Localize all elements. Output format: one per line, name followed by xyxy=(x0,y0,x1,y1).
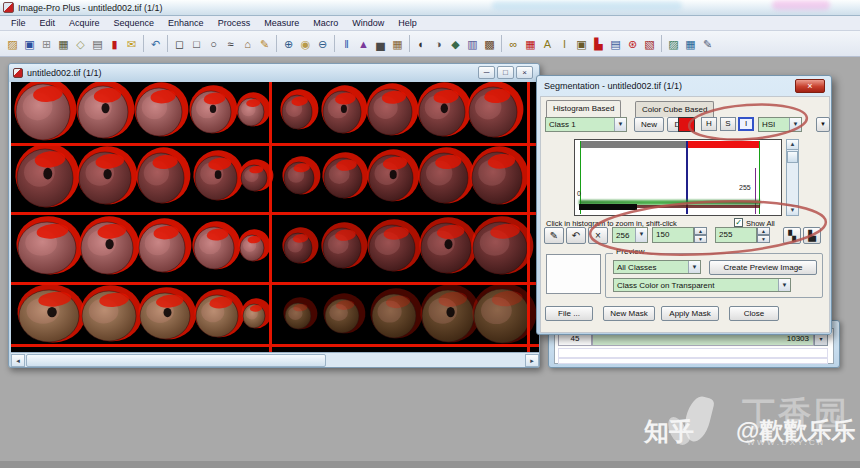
range-high-field[interactable]: 255 xyxy=(715,227,757,243)
preview-classes-select[interactable]: All Classes▼ xyxy=(613,260,701,274)
h-scrollbar-thumb[interactable] xyxy=(26,354,326,367)
histogram-zoom-scrollbar[interactable]: ▲ ▼ xyxy=(786,139,799,216)
export-icon[interactable]: ▨ xyxy=(666,35,681,53)
record-icon[interactable]: ▮ xyxy=(107,35,122,53)
scrollbar-thumb[interactable] xyxy=(787,151,798,163)
pan-icon[interactable]: ◉ xyxy=(298,35,313,53)
gallery-icon[interactable]: ▦ xyxy=(390,35,405,53)
channel-s-button[interactable]: S xyxy=(720,117,736,131)
preview-mode-select[interactable]: Class Color on Transparent▼ xyxy=(613,278,791,292)
chevron-down-icon[interactable]: ▼ xyxy=(778,279,790,291)
image-close-button[interactable]: × xyxy=(516,66,533,79)
tab-histogram-based[interactable]: Histogram Based xyxy=(546,100,621,117)
sharpen-icon[interactable]: ◆ xyxy=(448,35,463,53)
menu-edit[interactable]: Edit xyxy=(33,18,63,28)
menu-process[interactable]: Process xyxy=(211,18,258,28)
eyedropper-icon[interactable]: ✎ xyxy=(544,227,564,244)
freehand-aoi-icon[interactable]: ≈ xyxy=(223,35,238,53)
ellipse-aoi-icon[interactable]: ○ xyxy=(206,35,221,53)
toolbar-separator[interactable] xyxy=(501,35,502,52)
caliper-i-icon[interactable]: I xyxy=(557,35,572,53)
gallery-blue-icon[interactable]: ▤ xyxy=(608,35,623,53)
menu-sequence[interactable]: Sequence xyxy=(107,18,162,28)
menu-window[interactable]: Window xyxy=(345,18,391,28)
scanner-icon[interactable]: ◇ xyxy=(73,35,88,53)
close-button[interactable]: Close xyxy=(729,306,779,321)
line-profile-icon[interactable]: ‖ xyxy=(339,35,354,53)
chevron-down-icon[interactable]: ▼ xyxy=(614,118,626,131)
toolbar-separator[interactable] xyxy=(409,35,410,52)
zoom-in-icon[interactable]: ⊕ xyxy=(281,35,296,53)
toolbar-separator[interactable] xyxy=(167,35,168,52)
chevron-down-icon[interactable]: ▼ xyxy=(789,118,801,131)
menu-acquire[interactable]: Acquire xyxy=(62,18,107,28)
save-icon[interactable]: ▣ xyxy=(22,35,37,53)
image-minimize-button[interactable]: ─ xyxy=(478,66,495,79)
menu-enhance[interactable]: Enhance xyxy=(161,18,211,28)
tab-color-cube-based[interactable]: Color Cube Based xyxy=(635,101,714,117)
class-select[interactable]: Class 1▼ xyxy=(545,117,627,132)
toolbar-separator[interactable] xyxy=(276,35,277,52)
menu-macro[interactable]: Macro xyxy=(306,18,345,28)
class-color-swatch[interactable] xyxy=(678,117,695,132)
chevron-down-icon[interactable]: ▼ xyxy=(688,261,700,273)
image-canvas-area[interactable]: ◂ ▸ xyxy=(11,82,539,367)
contact-sheet-icon[interactable]: ⊞ xyxy=(39,35,54,53)
contrast-icon[interactable]: ◐ xyxy=(414,35,429,53)
new-mask-button[interactable]: New Mask xyxy=(603,306,655,321)
image-window-titlebar[interactable]: untitled002.tif (1/1) ─ □ × xyxy=(9,64,539,82)
snapshot-icon[interactable]: ▣ xyxy=(574,35,589,53)
scroll-left-icon[interactable]: ◂ xyxy=(11,354,25,367)
create-preview-button[interactable]: Create Preview Image xyxy=(709,260,817,275)
stack-icon[interactable]: ▩ xyxy=(482,35,497,53)
scroll-right-icon[interactable]: ▸ xyxy=(525,354,539,367)
print-icon[interactable]: ▤ xyxy=(90,35,105,53)
show-all-checkbox[interactable]: ✓ xyxy=(734,218,743,227)
histogram-red-icon[interactable]: ▙ xyxy=(591,35,606,53)
new-class-button[interactable]: New xyxy=(634,117,664,132)
histogram-view-icon[interactable]: ▙ xyxy=(803,227,821,244)
scroll-down-icon[interactable]: ▼ xyxy=(787,205,798,215)
chart-icon[interactable]: ▦ xyxy=(683,35,698,53)
histogram-tool-icon[interactable]: ▅ xyxy=(373,35,388,53)
apply-mask-button[interactable]: Apply Mask xyxy=(661,306,719,321)
pseudo-color-icon[interactable]: ▲ xyxy=(356,35,371,53)
channel-i-button[interactable]: I xyxy=(738,117,754,131)
chevron-down-icon[interactable]: ▼ xyxy=(635,228,647,242)
report-icon[interactable]: ▧ xyxy=(642,35,657,53)
h-scrollbar[interactable]: ◂ ▸ xyxy=(11,352,539,367)
menu-help[interactable]: Help xyxy=(391,18,424,28)
range-low-spinner[interactable]: ▲▼ xyxy=(694,227,707,243)
file-button[interactable]: File ... xyxy=(545,306,593,321)
segmentation-histogram[interactable]: 0 255 xyxy=(574,139,782,216)
caliper-a-icon[interactable]: A xyxy=(540,35,555,53)
video-capture-icon[interactable]: ▦ xyxy=(56,35,71,53)
range-high-spinner[interactable]: ▲▼ xyxy=(757,227,770,243)
undo-range-icon[interactable]: ↶ xyxy=(566,227,586,244)
menu-measure[interactable]: Measure xyxy=(257,18,306,28)
zoom-out-icon[interactable]: ⊖ xyxy=(315,35,330,53)
binoculars-icon[interactable]: ∞ xyxy=(506,35,521,53)
sample-mask-icon[interactable]: ▚ xyxy=(783,227,801,244)
dialog-close-button[interactable]: × xyxy=(795,79,825,93)
channel-h-button[interactable]: H xyxy=(701,117,717,131)
equalize-icon[interactable]: ▥ xyxy=(465,35,480,53)
scroll-up-icon[interactable]: ▲ xyxy=(787,140,798,150)
toolbar-separator[interactable] xyxy=(334,35,335,52)
image-maximize-button[interactable]: □ xyxy=(497,66,514,79)
open-icon[interactable]: ▨ xyxy=(5,35,20,53)
toolbar-separator[interactable] xyxy=(661,35,662,52)
toolbar-separator[interactable] xyxy=(143,35,144,52)
rect-aoi-icon[interactable]: □ xyxy=(189,35,204,53)
bins-select[interactable]: 256▼ xyxy=(612,227,648,243)
color-model-select[interactable]: HSI▼ xyxy=(758,117,802,132)
class-row-more-dropdown[interactable]: ▼ xyxy=(816,117,830,132)
mail-icon[interactable]: ✉ xyxy=(124,35,139,53)
trace-aoi-icon[interactable]: ⌂ xyxy=(240,35,255,53)
range-low-field[interactable]: 150 xyxy=(652,227,694,243)
count-size-icon[interactable]: ⊛ xyxy=(625,35,640,53)
enhance-icon[interactable]: ◑ xyxy=(431,35,446,53)
new-aoi-icon[interactable]: ◻ xyxy=(172,35,187,53)
undo-icon[interactable]: ↶ xyxy=(148,35,163,53)
count-grid-icon[interactable]: ▦ xyxy=(523,35,538,53)
